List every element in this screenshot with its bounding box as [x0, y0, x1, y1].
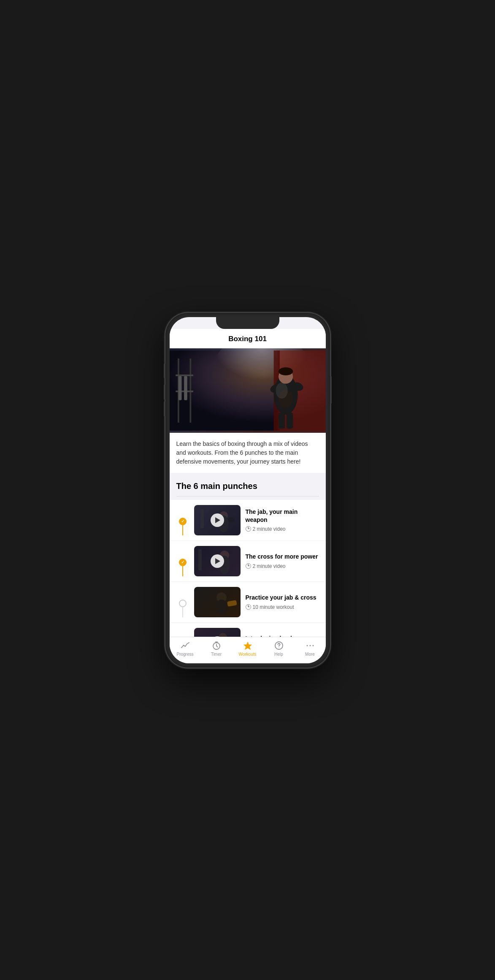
svg-rect-8	[178, 376, 181, 400]
svg-rect-30	[227, 600, 237, 607]
timeline-col	[176, 628, 189, 637]
phone-screen: Boxing 101	[170, 317, 326, 663]
section-title: The 6 main punches	[176, 481, 319, 491]
timeline-col	[176, 587, 189, 617]
timeline-col	[176, 505, 189, 535]
lesson-duration: 2 minute video	[253, 526, 286, 532]
svg-rect-19	[200, 509, 204, 528]
lesson-item-1[interactable]: The jab, your main weapon2 minute video	[170, 500, 326, 541]
lesson-title: The jab, your main weapon	[246, 508, 319, 523]
timer-icon	[211, 641, 222, 651]
svg-rect-24	[198, 549, 202, 570]
lesson-title: The cross for more power	[246, 553, 319, 560]
lesson-thumb-3	[194, 587, 241, 617]
play-triangle	[215, 517, 220, 523]
svg-point-43	[309, 645, 311, 646]
nav-label-more: More	[305, 652, 315, 657]
nav-item-workouts[interactable]: Workouts	[232, 641, 263, 657]
page-title: Boxing 101	[228, 335, 267, 343]
nav-item-timer[interactable]: Timer	[201, 641, 232, 657]
svg-point-44	[312, 645, 314, 646]
clock-icon	[246, 526, 251, 532]
nav-label-timer: Timer	[211, 652, 222, 657]
lesson-info: Introducing hooks2 minute video	[246, 635, 319, 636]
hero-svg	[170, 348, 326, 433]
description-text: Learn the basics of boxing through a mix…	[176, 440, 319, 466]
lesson-meta: 10 minute workout	[246, 604, 319, 610]
play-triangle	[215, 558, 220, 564]
more-icon	[305, 641, 315, 651]
section-header: The 6 main punches	[170, 473, 326, 500]
lesson-title: Introducing hooks	[246, 635, 319, 636]
hero-image	[170, 348, 326, 433]
section-divider	[176, 496, 319, 497]
timeline-dot	[179, 600, 187, 607]
lesson-meta: 2 minute video	[246, 563, 319, 569]
svg-point-18	[276, 383, 287, 399]
nav-label-workouts: Workouts	[238, 652, 256, 657]
svg-rect-15	[279, 413, 285, 429]
svg-point-23	[227, 516, 235, 523]
svg-marker-39	[243, 642, 252, 650]
lesson-title: Practice your jab & cross	[246, 594, 319, 601]
page-header: Boxing 101	[170, 329, 326, 348]
progress-icon	[180, 641, 190, 651]
lesson-item-2[interactable]: The cross for more power2 minute video	[170, 541, 326, 582]
lesson-thumb-1	[194, 505, 241, 535]
svg-rect-16	[287, 413, 293, 429]
description-section: Learn the basics of boxing through a mix…	[170, 433, 326, 473]
bottom-nav: Progress Timer	[170, 637, 326, 663]
nav-label-help: Help	[274, 652, 283, 657]
lesson-info: Practice your jab & cross10 minute worko…	[246, 594, 319, 610]
help-icon	[274, 641, 284, 651]
svg-point-41	[279, 647, 279, 648]
svg-point-42	[306, 645, 308, 646]
screen-content: Boxing 101	[170, 317, 326, 637]
phone-frame: Boxing 101	[165, 313, 330, 668]
lesson-duration: 2 minute video	[253, 563, 286, 569]
clock-icon	[246, 604, 251, 610]
timeline-dot	[179, 559, 187, 566]
svg-rect-6	[176, 375, 193, 376]
nav-item-progress[interactable]: Progress	[170, 641, 201, 657]
play-button[interactable]	[211, 554, 224, 568]
nav-item-help[interactable]: Help	[263, 641, 295, 657]
lesson-item-4[interactable]: Introducing hooks2 minute video	[170, 623, 326, 637]
svg-point-12	[279, 367, 293, 375]
nav-item-more[interactable]: More	[295, 641, 326, 657]
svg-rect-9	[184, 376, 187, 400]
play-button[interactable]	[211, 513, 224, 527]
lesson-thumb-4	[194, 628, 241, 637]
lesson-duration: 10 minute workout	[253, 604, 294, 610]
svg-point-31	[219, 633, 227, 637]
lesson-thumb-2	[194, 546, 241, 576]
timeline-col	[176, 546, 189, 576]
timeline-dot	[179, 518, 187, 525]
lesson-item-3[interactable]: Practice your jab & cross10 minute worko…	[170, 582, 326, 623]
lesson-info: The jab, your main weapon2 minute video	[246, 508, 319, 532]
workouts-icon	[243, 641, 253, 651]
lesson-list: The jab, your main weapon2 minute video …	[170, 500, 326, 637]
nav-label-progress: Progress	[176, 652, 193, 657]
lesson-info: The cross for more power2 minute video	[246, 553, 319, 569]
lesson-meta: 2 minute video	[246, 526, 319, 532]
notch	[216, 317, 279, 329]
clock-icon	[246, 563, 251, 569]
svg-point-29	[216, 600, 227, 615]
